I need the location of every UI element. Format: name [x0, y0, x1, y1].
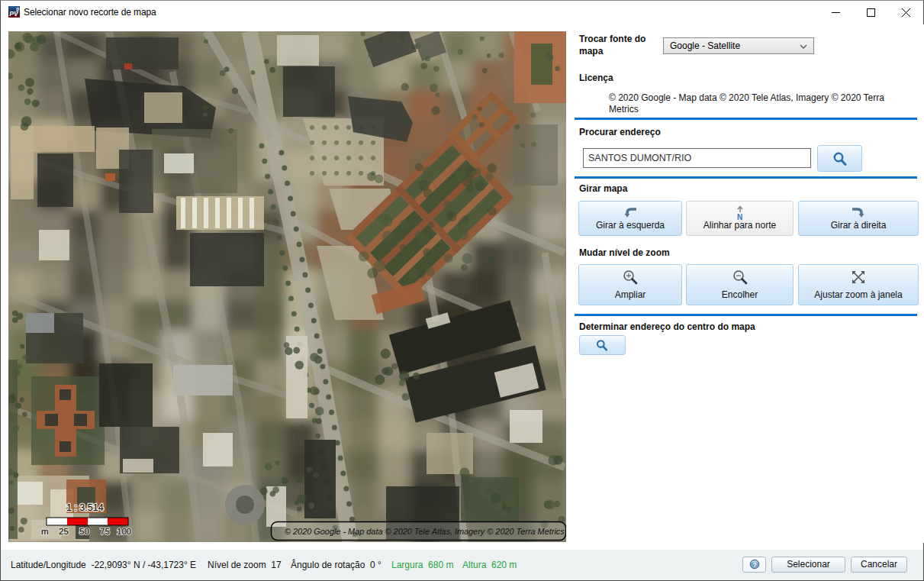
svg-text:?: ?	[752, 561, 756, 569]
svg-text:25: 25	[59, 527, 69, 536]
svg-text:1 : 3.514: 1 : 3.514	[66, 502, 104, 513]
svg-text:100: 100	[117, 527, 131, 536]
svg-text:50: 50	[79, 527, 89, 536]
svg-text:p: p	[16, 6, 19, 12]
svg-text:m: m	[41, 527, 49, 536]
svg-text:75: 75	[100, 527, 110, 536]
svg-text:© 2020 Google - Map data © 202: © 2020 Google - Map data © 2020 Tele Atl…	[285, 527, 565, 536]
